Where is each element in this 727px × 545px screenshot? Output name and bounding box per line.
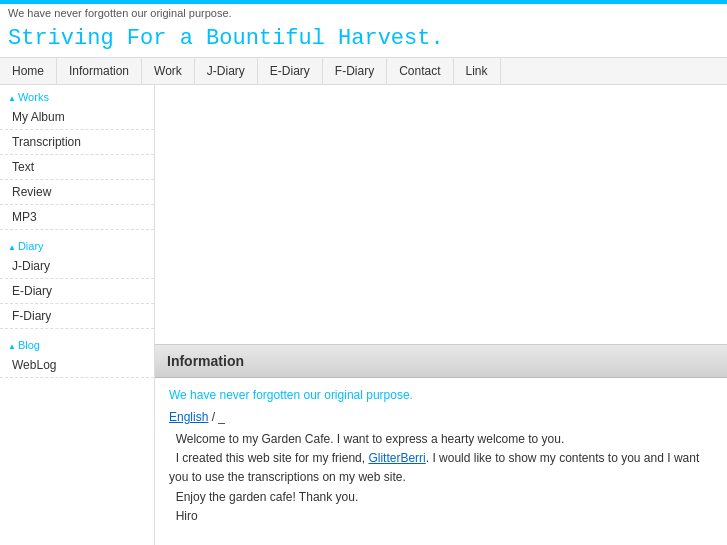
- sidebar-link-text[interactable]: Text: [0, 155, 154, 180]
- info-p1: Welcome to my Garden Cafe. I want to exp…: [169, 430, 713, 449]
- main-nav: HomeInformationWorkJ-DiaryE-DiaryF-Diary…: [0, 57, 727, 85]
- info-p2: I created this web site for my friend, G…: [169, 449, 713, 487]
- nav-item-contact[interactable]: Contact: [387, 58, 453, 84]
- content-area: WorksMy AlbumTranscriptionTextReviewMP3D…: [0, 85, 727, 545]
- sidebar-section-blog: BlogWebLog: [0, 333, 154, 378]
- sidebar-section-header-diary[interactable]: Diary: [0, 234, 154, 254]
- site-title: Striving For a Bountiful Harvest.: [0, 22, 727, 57]
- sidebar: WorksMy AlbumTranscriptionTextReviewMP3D…: [0, 85, 155, 545]
- sidebar-section-diary: DiaryJ-DiaryE-DiaryF-Diary: [0, 234, 154, 329]
- main-top-area: [155, 85, 727, 345]
- lang-separator: / _: [208, 410, 225, 424]
- info-tagline: We have never forgotten our original pur…: [169, 388, 713, 402]
- sidebar-link-e-diary[interactable]: E-Diary: [0, 279, 154, 304]
- sidebar-section-header-blog[interactable]: Blog: [0, 333, 154, 353]
- sidebar-link-my-album[interactable]: My Album: [0, 105, 154, 130]
- glitter-link[interactable]: GlitterBerri: [368, 451, 425, 465]
- main-content: Information We have never forgotten our …: [155, 85, 727, 545]
- lang-line: English / _: [169, 410, 713, 424]
- sidebar-link-review[interactable]: Review: [0, 180, 154, 205]
- info-header: Information: [155, 345, 727, 378]
- tagline: We have never forgotten our original pur…: [0, 4, 727, 22]
- info-p3: Enjoy the garden cafe! Thank you.: [169, 488, 713, 507]
- info-p4: Hiro: [169, 507, 713, 526]
- counter-section: 0: [155, 536, 727, 545]
- sidebar-link-j-diary[interactable]: J-Diary: [0, 254, 154, 279]
- sidebar-link-transcription[interactable]: Transcription: [0, 130, 154, 155]
- info-body: We have never forgotten our original pur…: [155, 378, 727, 536]
- info-section: Information We have never forgotten our …: [155, 345, 727, 536]
- nav-item-information[interactable]: Information: [57, 58, 142, 84]
- sidebar-link-f-diary[interactable]: F-Diary: [0, 304, 154, 329]
- nav-item-work[interactable]: Work: [142, 58, 195, 84]
- sidebar-link-mp3[interactable]: MP3: [0, 205, 154, 230]
- nav-item-link[interactable]: Link: [454, 58, 501, 84]
- sidebar-section-works: WorksMy AlbumTranscriptionTextReviewMP3: [0, 85, 154, 230]
- lang-link[interactable]: English: [169, 410, 208, 424]
- nav-item-e-diary[interactable]: E-Diary: [258, 58, 323, 84]
- sidebar-link-weblog[interactable]: WebLog: [0, 353, 154, 378]
- nav-item-home[interactable]: Home: [0, 58, 57, 84]
- info-text: Welcome to my Garden Cafe. I want to exp…: [169, 430, 713, 526]
- nav-item-j-diary[interactable]: J-Diary: [195, 58, 258, 84]
- nav-item-f-diary[interactable]: F-Diary: [323, 58, 387, 84]
- sidebar-section-header-works[interactable]: Works: [0, 85, 154, 105]
